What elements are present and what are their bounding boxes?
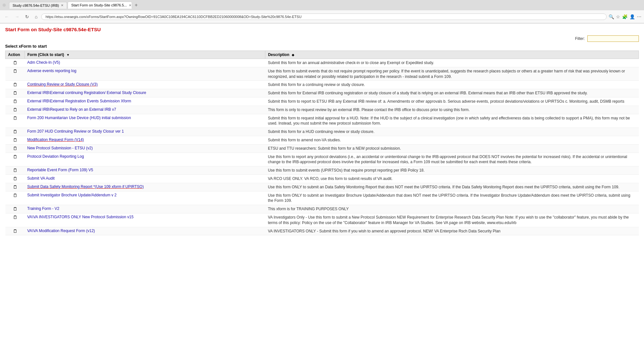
form-name-cell: New Protocol Submission - ETSU (v2) (25, 144, 265, 153)
form-link[interactable]: Adverse events reporting log (27, 69, 77, 73)
form-link[interactable]: Submit Investigator Brochure Update/Adde… (27, 193, 117, 197)
zoom-button[interactable]: 🔍 (609, 14, 614, 19)
document-icon: 🗒 (13, 90, 17, 96)
back-button[interactable]: ← (3, 14, 11, 20)
home-button[interactable]: ⌂ (33, 14, 39, 20)
address-bar[interactable] (41, 14, 607, 20)
table-row: 🗒Adm Check-In (V5)Submit this form for a… (5, 59, 639, 67)
select-xform-label: Select xForm to start (5, 44, 639, 49)
action-cell: 🗒 (5, 205, 25, 213)
new-tab-button[interactable]: + (133, 2, 139, 8)
table-row: 🗒New Protocol Submission - ETSU (v2)ETSU… (5, 144, 639, 153)
filter-label: Filter: (575, 36, 585, 41)
action-cell: 🗒 (5, 144, 25, 153)
table-row: 🗒External IRB\Request to Rely on an Exte… (5, 106, 639, 114)
col-action: Action (5, 51, 25, 59)
description-text: VA Investigators Only - Use this form to… (268, 215, 629, 225)
document-icon: 🗒 (13, 107, 17, 112)
description-cell: Use this form to submit events that do n… (265, 67, 639, 81)
tab-start-form[interactable]: Start Form on Study-Site c9876.5... ✕ (68, 2, 132, 9)
form-name-cell: External IRB\External continuing Registr… (25, 89, 265, 98)
form-name-cell: Adm Check-In (V5) (25, 59, 265, 67)
description-text: Submit this form to report to ETSU IRB a… (268, 99, 624, 104)
form-link[interactable]: Protocol Deviation Reporting Log (27, 154, 84, 159)
tab-label: Study c9876.54e-ETSU (IRB) (13, 4, 59, 7)
document-icon: 🗒 (13, 215, 17, 220)
table-row: 🗒Training Form - V2This xform is for TRA… (5, 205, 639, 213)
document-icon: 🗒 (13, 154, 17, 159)
description-cell: Submit this form to report to ETSU IRB a… (265, 97, 639, 106)
form-link[interactable]: Submit VA Audit (27, 176, 55, 181)
action-cell: 🗒 (5, 213, 25, 227)
action-cell: 🗒 (5, 97, 25, 106)
description-text: Use this form ONLY to submit an Data Saf… (268, 185, 619, 189)
table-row: 🗒VA\VA Modification Request Form (v12)VA… (5, 227, 639, 235)
reload-button[interactable]: ↻ (23, 14, 31, 20)
table-row: 🗒Submit VA AuditVA RCO USE ONLY. VA RCO,… (5, 174, 639, 183)
description-cell: ETSU and TTU researchers: Submit this fo… (265, 144, 639, 153)
description-text: Submit this form for an annual administr… (268, 61, 434, 65)
form-link[interactable]: External IRB\External continuing Registr… (27, 90, 147, 95)
menu-button[interactable]: ⋯ (637, 14, 641, 19)
action-cell: 🗒 (5, 67, 25, 81)
form-name-cell: External IRB\Request to Rely on an Exter… (25, 106, 265, 114)
form-link[interactable]: Adm Check-In (V5) (27, 60, 60, 65)
description-text: Submit this form to amend non-VA studies… (268, 138, 341, 142)
col-form[interactable]: Form (Click to start) ▼ (25, 51, 265, 59)
action-cell: 🗒 (5, 89, 25, 98)
form-link[interactable]: External IRB\External Registration Event… (27, 99, 131, 103)
description-cell: Submit this form for a continuing review… (265, 81, 639, 89)
action-cell: 🗒 (5, 106, 25, 114)
form-sort-icon: ▼ (66, 53, 70, 57)
form-link[interactable]: Submit Data Safety Monitoring Report *(U… (27, 184, 144, 189)
document-icon: 🗒 (13, 193, 17, 198)
form-link[interactable]: Form 200 Humanitarian Use Device (HUD) i… (27, 116, 131, 120)
document-icon: 🗒 (13, 146, 17, 151)
form-link[interactable]: Modification Request Form (V14) (27, 137, 84, 142)
filter-input[interactable] (587, 35, 639, 42)
form-name-cell: VA\VA Modification Request Form (v12) (25, 227, 265, 235)
form-link[interactable]: Training Form - V2 (27, 206, 60, 211)
tab-close-icon[interactable]: ✕ (129, 4, 131, 7)
table-row: 🗒Adverse events reporting logUse this fo… (5, 67, 639, 81)
description-text: VA INVESTIGATORS ONLY - Submit this form… (268, 229, 500, 233)
form-link[interactable]: Continuing Review or Study Closure (V3) (27, 82, 98, 87)
form-name-cell: Submit Investigator Brochure Update/Adde… (25, 191, 265, 205)
nav-bar: ← → ↻ ⌂ 🔍 ☆ 🧩 👤 ⋯ (0, 10, 644, 23)
tab-close-icon[interactable]: ✕ (61, 4, 63, 7)
document-icon: 🗒 (13, 99, 17, 104)
description-cell: This xform is for TRAINING PURPOSES ONLY (265, 205, 639, 213)
description-cell: VA INVESTIGATORS ONLY - Submit this form… (265, 227, 639, 235)
action-cell: 🗒 (5, 136, 25, 144)
col-description[interactable]: Description ◆ (265, 51, 639, 59)
tab-study-irb[interactable]: Study c9876.54e-ETSU (IRB) ✕ (9, 2, 67, 9)
description-text: Use this form to submit events (UPIRTSOs… (268, 168, 425, 173)
form-link[interactable]: Form 207 HUD Continuing Review or Study … (27, 129, 124, 134)
form-link[interactable]: VA\VA INVESTIGATORS ONLY New Protocol Su… (27, 215, 134, 219)
description-text: VA RCO USE ONLY. VA RCO, use this form t… (268, 176, 393, 181)
profile-button[interactable]: 👤 (630, 14, 635, 19)
description-cell: VA Investigators Only - Use this form to… (265, 213, 639, 227)
description-cell: Use this form ONLY to submit an Investig… (265, 191, 639, 205)
form-link[interactable]: New Protocol Submission - ETSU (v2) (27, 146, 93, 150)
action-cell: 🗒 (5, 227, 25, 235)
document-icon: 🗒 (13, 129, 17, 134)
nav-right-controls: 🔍 ☆ 🧩 👤 ⋯ (609, 14, 641, 19)
form-name-cell: Reportable Event Form (Form 109) V5 (25, 166, 265, 175)
forward-button[interactable]: → (13, 14, 21, 20)
form-link[interactable]: Reportable Event Form (Form 109) V5 (27, 168, 93, 172)
bookmark-button[interactable]: ☆ (616, 14, 620, 19)
table-row: 🗒Reportable Event Form (Form 109) V5Use … (5, 166, 639, 175)
extensions-button[interactable]: 🧩 (622, 14, 628, 19)
description-text: Use this form to submit events that do n… (268, 69, 625, 79)
form-name-cell: Form 200 Humanitarian Use Device (HUD) i… (25, 114, 265, 128)
action-cell: 🗒 (5, 128, 25, 136)
action-cell: 🗒 (5, 183, 25, 191)
form-name-cell: Submit Data Safety Monitoring Report *(U… (25, 183, 265, 191)
form-link[interactable]: External IRB\Request to Rely on an Exter… (27, 107, 116, 112)
form-link[interactable]: VA\VA Modification Request Form (v12) (27, 229, 95, 233)
description-text: Submit this form for a continuing review… (268, 82, 365, 87)
description-cell: This form is only to request review by a… (265, 106, 639, 114)
table-row: 🗒Continuing Review or Study Closure (V3)… (5, 81, 639, 89)
description-text: ETSU and TTU researchers: Submit this fo… (268, 146, 401, 151)
